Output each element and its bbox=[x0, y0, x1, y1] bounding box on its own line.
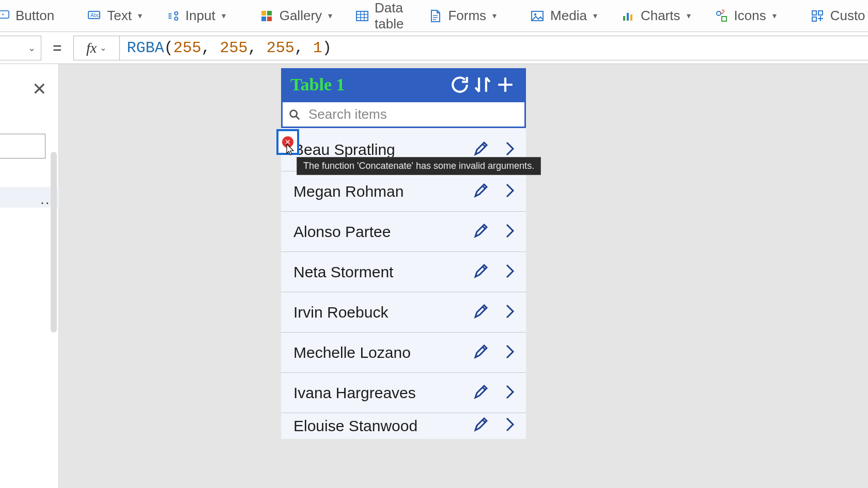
list-item[interactable]: The function 'Concatenate' has some inva… bbox=[281, 128, 526, 171]
insert-ribbon: Button Abc Text ▾ Input ▾ Gallery ▾ Data… bbox=[0, 0, 868, 32]
tree-search-box[interactable] bbox=[0, 134, 45, 159]
search-box[interactable] bbox=[281, 101, 526, 128]
button-icon bbox=[0, 7, 10, 25]
open-button[interactable] bbox=[504, 141, 516, 159]
tree-scrollbar[interactable] bbox=[51, 152, 57, 333]
item-name: Irvin Roebuck bbox=[293, 304, 388, 321]
list-item[interactable]: Elouise Stanwood bbox=[281, 413, 526, 439]
sort-icon bbox=[471, 73, 494, 96]
fx-dropdown[interactable]: fx ⌄ bbox=[73, 36, 120, 60]
fx-icon: fx bbox=[86, 40, 97, 56]
edit-button[interactable] bbox=[473, 141, 489, 159]
chevron-down-icon: ▾ bbox=[138, 11, 142, 21]
ribbon-media[interactable]: Media ▾ bbox=[521, 5, 606, 27]
ribbon-label: Button bbox=[16, 8, 54, 24]
item-name: Beau Spratling bbox=[293, 141, 395, 159]
error-tooltip: The function 'Concatenate' has some inva… bbox=[297, 157, 541, 175]
chevron-down-icon: ▾ bbox=[772, 11, 777, 21]
item-name: Neta Storment bbox=[293, 263, 393, 281]
svg-point-4 bbox=[175, 12, 178, 15]
chevron-down-icon: ▾ bbox=[492, 11, 497, 21]
charts-icon bbox=[620, 8, 636, 24]
edit-button[interactable] bbox=[473, 344, 489, 361]
ribbon-label: Gallery bbox=[280, 8, 322, 24]
ribbon-datatable[interactable]: Data table bbox=[347, 0, 413, 35]
property-dropdown[interactable]: ⌄ bbox=[0, 36, 41, 60]
list-item[interactable]: Megan Rohman bbox=[281, 171, 526, 212]
list-item[interactable]: Neta Storment bbox=[281, 252, 526, 292]
open-button[interactable] bbox=[504, 183, 516, 200]
ribbon-label: Forms bbox=[448, 8, 486, 24]
refresh-icon bbox=[448, 73, 471, 96]
edit-button[interactable] bbox=[473, 417, 489, 434]
app-title: Table 1 bbox=[290, 75, 448, 95]
ribbon-charts[interactable]: Charts ▾ bbox=[612, 5, 699, 27]
ribbon-text[interactable]: Abc Text ▾ bbox=[78, 5, 150, 27]
search-input[interactable] bbox=[301, 106, 519, 122]
media-icon bbox=[530, 8, 545, 24]
ribbon-label: Icons bbox=[734, 8, 766, 24]
list-item[interactable]: Ivana Hargreaves bbox=[281, 373, 526, 413]
svg-rect-10 bbox=[357, 11, 368, 21]
item-name: Ivana Hargreaves bbox=[293, 384, 416, 402]
ribbon-label: Media bbox=[550, 8, 587, 24]
open-button[interactable] bbox=[504, 384, 516, 402]
list-item[interactable]: Irvin Roebuck bbox=[281, 292, 526, 333]
svg-rect-6 bbox=[261, 11, 266, 15]
svg-rect-7 bbox=[267, 11, 272, 15]
svg-rect-8 bbox=[261, 17, 266, 21]
svg-point-12 bbox=[534, 13, 536, 15]
item-name: Megan Rohman bbox=[293, 183, 404, 200]
ribbon-button-control[interactable]: Button bbox=[0, 4, 61, 28]
svg-text:Abc: Abc bbox=[90, 12, 99, 18]
ribbon-custom[interactable]: Custo bbox=[801, 5, 868, 27]
text-icon: Abc bbox=[86, 8, 102, 24]
open-button[interactable] bbox=[504, 263, 516, 281]
chevron-down-icon: ▾ bbox=[328, 11, 332, 21]
edit-button[interactable] bbox=[473, 304, 489, 321]
design-canvas[interactable]: Table 1 bbox=[59, 64, 868, 488]
item-name: Mechelle Lozano bbox=[293, 344, 411, 361]
open-button[interactable] bbox=[504, 304, 516, 321]
ribbon-label: Text bbox=[107, 8, 132, 24]
list-item[interactable]: Alonso Partee bbox=[281, 212, 526, 252]
chevron-down-icon: ▾ bbox=[593, 11, 597, 21]
work-area: ✕ ... Table 1 bbox=[0, 64, 868, 488]
tree-panel: ✕ ... bbox=[0, 64, 59, 488]
edit-button[interactable] bbox=[473, 223, 489, 241]
ribbon-icons[interactable]: Icons ▾ bbox=[705, 5, 785, 27]
svg-rect-13 bbox=[623, 16, 625, 21]
ribbon-label: Data table bbox=[375, 0, 405, 32]
ribbon-gallery[interactable]: Gallery ▾ bbox=[251, 5, 340, 27]
ribbon-input[interactable]: Input ▾ bbox=[157, 5, 234, 27]
open-button[interactable] bbox=[504, 223, 516, 241]
item-name: Alonso Partee bbox=[293, 223, 391, 241]
svg-point-21 bbox=[290, 110, 297, 117]
datatable-icon bbox=[355, 8, 369, 24]
input-icon bbox=[165, 8, 180, 24]
add-button[interactable] bbox=[494, 73, 517, 96]
edit-button[interactable] bbox=[473, 263, 489, 281]
search-icon bbox=[288, 108, 301, 121]
sort-button[interactable] bbox=[471, 73, 494, 96]
list-item[interactable]: Mechelle Lozano bbox=[281, 333, 526, 373]
svg-rect-15 bbox=[630, 14, 632, 21]
svg-point-5 bbox=[175, 17, 178, 20]
icons-icon bbox=[714, 8, 729, 24]
svg-rect-19 bbox=[818, 11, 823, 15]
items-list: The function 'Concatenate' has some inva… bbox=[281, 128, 526, 439]
formula-fn: RGBA bbox=[127, 39, 164, 57]
open-button[interactable] bbox=[504, 344, 516, 361]
refresh-button[interactable] bbox=[448, 73, 471, 96]
plus-icon bbox=[494, 73, 517, 96]
formula-input[interactable]: RGBA(255, 255, 255, 1) bbox=[120, 36, 868, 60]
edit-button[interactable] bbox=[473, 384, 489, 402]
open-button[interactable] bbox=[504, 417, 516, 434]
svg-rect-18 bbox=[812, 11, 816, 15]
forms-icon bbox=[427, 8, 443, 24]
formula-bar: ⌄ = fx ⌄ RGBA(255, 255, 255, 1) bbox=[0, 32, 868, 64]
ribbon-forms[interactable]: Forms ▾ bbox=[419, 5, 505, 27]
edit-button[interactable] bbox=[473, 183, 489, 200]
ribbon-label: Input bbox=[185, 8, 215, 24]
close-icon[interactable]: ✕ bbox=[32, 78, 47, 99]
